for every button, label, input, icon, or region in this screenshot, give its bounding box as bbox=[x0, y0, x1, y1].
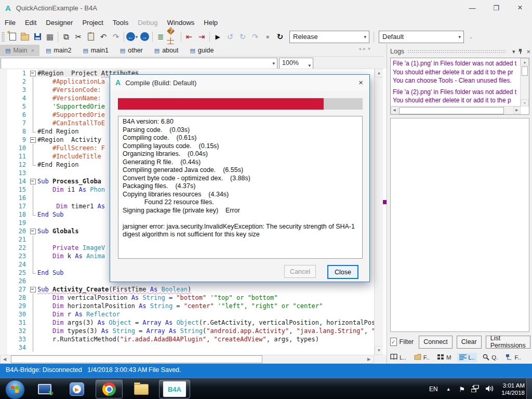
scrollbar-thumb[interactable] bbox=[522, 66, 528, 76]
close-icon[interactable]: × bbox=[31, 47, 34, 54]
scroll-down-icon[interactable]: ▼ bbox=[375, 346, 383, 355]
fold-margin[interactable] bbox=[29, 285, 37, 294]
action-center-flag-icon[interactable]: ⚑ bbox=[459, 385, 466, 393]
network-icon[interactable] bbox=[471, 385, 480, 394]
file-explorer-icon[interactable] bbox=[128, 380, 155, 398]
comment-icon[interactable]: ⇤ bbox=[183, 31, 195, 43]
menu-item-file[interactable]: File bbox=[0, 17, 20, 29]
tab-other[interactable]: other bbox=[115, 45, 148, 56]
outdent-list-icon[interactable]: �士 bbox=[167, 31, 179, 43]
panel-tab-logs[interactable]: L.. bbox=[457, 353, 477, 362]
module-select[interactable]: ▾ bbox=[1, 58, 277, 69]
code-line[interactable]: 30 Dim r As Reflector bbox=[0, 310, 374, 318]
fold-margin[interactable] bbox=[29, 177, 37, 185]
clear-button[interactable]: Clear bbox=[457, 336, 482, 349]
editor-vertical-scrollbar[interactable]: ▲ ▼ bbox=[374, 69, 383, 355]
fold-margin[interactable] bbox=[29, 136, 37, 144]
save-icon[interactable] bbox=[31, 31, 44, 43]
code-line[interactable]: 34 bbox=[0, 343, 374, 352]
paste-icon[interactable] bbox=[85, 31, 97, 43]
tab-main1[interactable]: main1 bbox=[77, 45, 113, 56]
fold-collapse-icon[interactable] bbox=[30, 287, 36, 292]
scroll-up-icon[interactable]: ▲ bbox=[375, 69, 383, 77]
fold-collapse-icon[interactable] bbox=[30, 71, 36, 76]
build-profile-select[interactable]: Default ▾ bbox=[379, 31, 464, 43]
show-hidden-icons[interactable]: ▲ bbox=[446, 387, 451, 392]
new-file-icon[interactable] bbox=[6, 31, 19, 43]
scrollbar-thumb[interactable] bbox=[399, 107, 504, 114]
fold-collapse-icon[interactable] bbox=[30, 137, 36, 143]
show-desktop-button[interactable] bbox=[526, 378, 532, 399]
menu-item-project[interactable]: Project bbox=[77, 17, 108, 29]
tab-about[interactable]: about bbox=[149, 45, 184, 56]
copy-icon[interactable]: ⧉ bbox=[60, 31, 72, 43]
scrollbar-thumb[interactable] bbox=[11, 355, 262, 363]
zoom-select[interactable]: 100% ▾ bbox=[279, 58, 313, 69]
filter-checkbox[interactable]: ✓ bbox=[390, 338, 397, 346]
code-line[interactable]: 28 Dim verticalPosition As String = "bot… bbox=[0, 294, 374, 302]
fold-margin[interactable] bbox=[29, 227, 37, 235]
scroll-right-icon[interactable]: ▶ bbox=[513, 107, 521, 114]
restore-icon[interactable]: ❐ bbox=[484, 0, 508, 16]
close-icon[interactable]: × bbox=[508, 0, 532, 16]
panel-tab-refs[interactable]: F.. bbox=[503, 353, 523, 362]
scroll-right-icon[interactable]: ▶ bbox=[365, 357, 373, 362]
panel-tab-folder[interactable]: F.. bbox=[412, 353, 432, 362]
build-configuration-select[interactable]: Release ▾ bbox=[289, 31, 369, 43]
open-file-icon[interactable] bbox=[19, 31, 31, 43]
volume-icon[interactable] bbox=[486, 385, 494, 394]
uncomment-icon[interactable]: ⇥ bbox=[195, 31, 208, 43]
stop-icon[interactable]: ■ bbox=[261, 31, 274, 43]
menu-item-tools[interactable]: Tools bbox=[108, 17, 133, 29]
fold-collapse-icon[interactable] bbox=[30, 179, 36, 184]
export-icon[interactable]: ▦ bbox=[44, 31, 56, 43]
indent-list-icon[interactable]: ≣ bbox=[154, 31, 167, 43]
cut-icon[interactable]: ✂ bbox=[72, 31, 85, 43]
b4a-taskbar-button[interactable]: B4A bbox=[159, 380, 190, 398]
navigate-back-icon[interactable]: ←▾ bbox=[126, 31, 138, 43]
logs-vertical-scrollbar[interactable]: ▲ ▼ bbox=[520, 58, 529, 107]
pin-icon[interactable] bbox=[518, 48, 523, 55]
tab-main2[interactable]: main2 bbox=[41, 45, 76, 56]
step-into-icon[interactable]: ↺ bbox=[224, 31, 236, 43]
toolbar-overflow-icon[interactable]: ⌄ bbox=[469, 34, 473, 39]
logs-horizontal-scrollbar[interactable]: ◀ ▶ bbox=[391, 106, 521, 114]
media-player-icon[interactable]: ▶ bbox=[63, 380, 90, 398]
tab-scroll-arrows[interactable]: ◂▸▾ bbox=[358, 46, 384, 51]
panel-drag-handle[interactable] bbox=[407, 49, 506, 54]
code-line[interactable]: 27Sub Activity_Create(FirstTime As Boole… bbox=[0, 285, 374, 294]
panel-tab-book[interactable]: L.. bbox=[388, 353, 408, 362]
scroll-down-icon[interactable]: ▼ bbox=[521, 99, 529, 107]
taskbar-clock[interactable]: 3:01 AM 1/4/2018 bbox=[501, 382, 525, 396]
close-icon[interactable]: × bbox=[526, 48, 530, 56]
scroll-left-icon[interactable]: ◀ bbox=[391, 107, 398, 114]
editor-horizontal-scrollbar[interactable]: ◀ ▶ bbox=[0, 355, 374, 364]
panel-tab-modules[interactable]: M bbox=[435, 353, 454, 362]
fold-margin[interactable] bbox=[29, 69, 37, 77]
tab-guide[interactable]: guide bbox=[184, 45, 219, 56]
code-line[interactable]: 33 r.RunStaticMethod("ir.adad.AdadB4APlu… bbox=[0, 335, 374, 343]
panel-tab-search[interactable]: Q. bbox=[481, 353, 500, 363]
tab-main[interactable]: Main× bbox=[0, 45, 39, 56]
start-button[interactable] bbox=[5, 380, 25, 399]
code-line[interactable]: 31 Dim args(3) As Object = Array As Obje… bbox=[0, 318, 374, 327]
menu-item-help[interactable]: Help bbox=[199, 17, 222, 29]
chevron-down-icon[interactable]: ▾ bbox=[512, 48, 515, 55]
list-permissions-button[interactable]: List Permissions bbox=[486, 336, 530, 349]
navigate-forward-icon[interactable]: → bbox=[138, 31, 151, 43]
close-button[interactable]: Close bbox=[327, 265, 358, 279]
chrome-icon[interactable] bbox=[96, 380, 123, 398]
remote-desktop-icon[interactable] bbox=[31, 380, 58, 398]
code-line[interactable]: 29 Dim horizontalPosition As String = "c… bbox=[0, 302, 374, 310]
redo-icon[interactable]: ↷ bbox=[110, 31, 122, 43]
step-out-icon[interactable]: ↷ bbox=[249, 31, 261, 43]
undo-icon[interactable]: ↶ bbox=[97, 31, 110, 43]
menu-item-edit[interactable]: Edit bbox=[20, 17, 41, 29]
scroll-left-icon[interactable]: ◀ bbox=[1, 357, 9, 362]
code-line[interactable]: 32 Dim types(3) As String = Array As Str… bbox=[0, 327, 374, 335]
toolbar-grip[interactable] bbox=[2, 32, 5, 42]
connect-button[interactable]: Connect bbox=[419, 336, 453, 349]
close-icon[interactable]: × bbox=[358, 78, 363, 87]
run-icon[interactable]: ▶ bbox=[211, 31, 224, 43]
step-over-icon[interactable]: ↻ bbox=[236, 31, 249, 43]
